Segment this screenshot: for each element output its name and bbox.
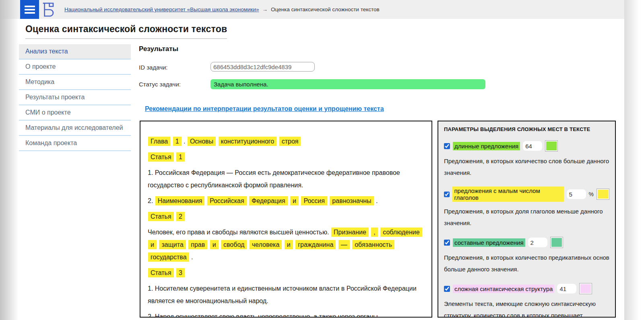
param-checkbox[interactable] bbox=[444, 286, 450, 292]
param-value-input[interactable] bbox=[567, 189, 586, 199]
param-row: сложная синтаксическая структура bbox=[444, 283, 609, 294]
highlighted-word: гражданина bbox=[295, 240, 336, 249]
highlighted-word: защита bbox=[159, 240, 186, 249]
color-swatch[interactable] bbox=[579, 283, 592, 294]
param-row: длинные предложения bbox=[444, 140, 609, 152]
text-paragraph: Статья 1 bbox=[148, 151, 423, 163]
analyzed-text-panel[interactable]: Глава 1 . Основы конституционного строя … bbox=[140, 121, 432, 318]
breadcrumb-arrow: → bbox=[262, 6, 268, 12]
highlighted-word: Основы bbox=[188, 137, 216, 146]
highlighted-word: 1 bbox=[176, 152, 185, 162]
param-checkbox[interactable] bbox=[444, 240, 450, 246]
param-description: Предложения, в которых количество слов б… bbox=[444, 155, 609, 178]
highlighted-word: и bbox=[210, 240, 219, 249]
sidebar: Анализ текстаО проектеМетодикаРезультаты… bbox=[19, 44, 131, 151]
param-description: Предложения, в которых количество предик… bbox=[444, 252, 609, 275]
param-item: составные предложенияПредложения, в кото… bbox=[444, 237, 609, 275]
highlight-params-panel[interactable]: ПАРАМЕТРЫ ВЫДЕЛЕНИЯ СЛОЖНЫХ МЕСТ В ТЕКСТ… bbox=[438, 121, 616, 318]
text-paragraph: 1. Носителем суверенитета и единственным… bbox=[148, 282, 423, 307]
param-item: предложения с малым числом глаголов%Пред… bbox=[444, 187, 609, 229]
text-paragraph: 2. Народ осуществляет свою власть непоср… bbox=[148, 310, 423, 318]
highlighted-word: прав bbox=[188, 240, 207, 249]
color-swatch-fill bbox=[546, 142, 557, 150]
page-right-shadow bbox=[624, 0, 644, 320]
param-description: Предложения, в которых доля глаголов мен… bbox=[444, 205, 609, 229]
highlighted-word: , bbox=[371, 228, 378, 237]
sidebar-item[interactable]: О проекте bbox=[19, 59, 131, 75]
sidebar-item[interactable]: Команда проекта bbox=[19, 136, 131, 151]
hamburger-menu-button[interactable] bbox=[20, 0, 39, 19]
highlighted-word: строя bbox=[279, 137, 301, 146]
sidebar-item[interactable]: Методика bbox=[19, 75, 131, 90]
param-row: предложения с малым числом глаголов% bbox=[444, 187, 609, 202]
text-paragraph: 1. Российская Федерация — Россия есть де… bbox=[148, 166, 423, 191]
highlighted-word: 2 bbox=[176, 212, 185, 221]
highlighted-word: Признание bbox=[331, 228, 369, 237]
text-paragraph: Статья 2 bbox=[148, 210, 423, 223]
highlighted-word: Глава bbox=[148, 137, 170, 146]
param-row: составные предложения bbox=[444, 237, 609, 248]
task-id-input[interactable] bbox=[211, 62, 315, 72]
param-item: длинные предложенияПредложения, в которы… bbox=[444, 140, 609, 178]
highlighted-word: человека bbox=[250, 240, 282, 249]
highlighted-word: обязанность bbox=[352, 240, 394, 249]
breadcrumb-link[interactable]: Национальный исследовательский университ… bbox=[64, 6, 259, 12]
recommendations-link[interactable]: Рекомендации по интерпретации результато… bbox=[145, 105, 384, 113]
task-id-label: ID задачи: bbox=[139, 64, 168, 71]
text-paragraph: Статья 3 bbox=[148, 267, 423, 279]
param-checkbox[interactable] bbox=[444, 191, 450, 197]
highlighted-word: Статья bbox=[148, 268, 174, 277]
highlighted-word: Россия bbox=[301, 196, 327, 205]
param-description: Элементы текста, имеющие сложную синтакс… bbox=[444, 298, 609, 318]
param-label: длинные предложения bbox=[453, 142, 520, 150]
sidebar-item[interactable]: СМИ о проекте bbox=[19, 105, 131, 121]
color-swatch-fill bbox=[551, 238, 562, 247]
highlighted-word: Наименования bbox=[155, 196, 205, 205]
hse-logo-icon[interactable] bbox=[42, 2, 55, 18]
highlighted-word: Российская bbox=[207, 196, 247, 205]
highlighted-word: и bbox=[148, 240, 157, 249]
params-panel-title: ПАРАМЕТРЫ ВЫДЕЛЕНИЯ СЛОЖНЫХ МЕСТ В ТЕКСТ… bbox=[444, 126, 609, 132]
param-label: сложная синтаксическая структура bbox=[453, 285, 554, 293]
highlighted-word: равнозначны bbox=[330, 196, 374, 205]
breadcrumb-current: Оценка синтаксической сложности текстов bbox=[271, 6, 380, 12]
highlighted-word: государства bbox=[148, 252, 189, 262]
page: Национальный исследовательский университ… bbox=[0, 0, 624, 320]
param-label: предложения с малым числом глаголов bbox=[452, 187, 564, 202]
param-value-input[interactable] bbox=[557, 284, 576, 293]
highlighted-word: 1 bbox=[173, 137, 182, 146]
param-value-input[interactable] bbox=[523, 141, 542, 151]
hamburger-bar bbox=[25, 6, 35, 7]
highlighted-word: — bbox=[339, 240, 350, 249]
highlighted-word: конституционного bbox=[219, 137, 277, 146]
highlighted-word: свобод bbox=[221, 240, 247, 249]
highlighted-word: и bbox=[290, 196, 299, 205]
color-swatch[interactable] bbox=[545, 140, 558, 152]
color-swatch-fill bbox=[580, 284, 591, 293]
highlighted-word: Статья bbox=[148, 212, 174, 221]
param-item: сложная синтаксическая структураЭлементы… bbox=[444, 283, 609, 318]
hamburger-bar bbox=[25, 12, 35, 14]
highlighted-word: Статья bbox=[148, 152, 174, 162]
param-label: составные предложения bbox=[453, 238, 525, 247]
status-field: Задача выполнена. bbox=[211, 79, 485, 89]
param-checkbox[interactable] bbox=[444, 143, 450, 149]
sidebar-item[interactable]: Результаты проекта bbox=[19, 90, 131, 105]
breadcrumb: Национальный исследовательский университ… bbox=[64, 0, 380, 19]
param-unit: % bbox=[589, 191, 594, 197]
highlighted-word: соблюдение bbox=[380, 228, 422, 237]
color-swatch[interactable] bbox=[550, 237, 563, 248]
task-status-label: Статус задачи: bbox=[139, 81, 181, 88]
sidebar-item[interactable]: Материалы для исследователей bbox=[19, 121, 131, 136]
text-paragraph: 2. Наименования Российская Федерация и Р… bbox=[148, 195, 423, 207]
text-paragraph: Глава 1 . Основы конституционного строя bbox=[148, 135, 423, 148]
params-list: длинные предложенияПредложения, в которы… bbox=[444, 140, 609, 318]
sidebar-item[interactable]: Анализ текста bbox=[19, 44, 131, 59]
param-value-input[interactable] bbox=[528, 238, 547, 247]
color-swatch[interactable] bbox=[597, 189, 609, 200]
highlighted-word: 3 bbox=[176, 268, 185, 277]
color-swatch-fill bbox=[598, 190, 608, 199]
top-bar: Национальный исследовательский университ… bbox=[0, 0, 624, 19]
highlighted-word: и bbox=[285, 240, 293, 249]
page-title: Оценка синтаксической сложности текстов bbox=[25, 24, 227, 39]
